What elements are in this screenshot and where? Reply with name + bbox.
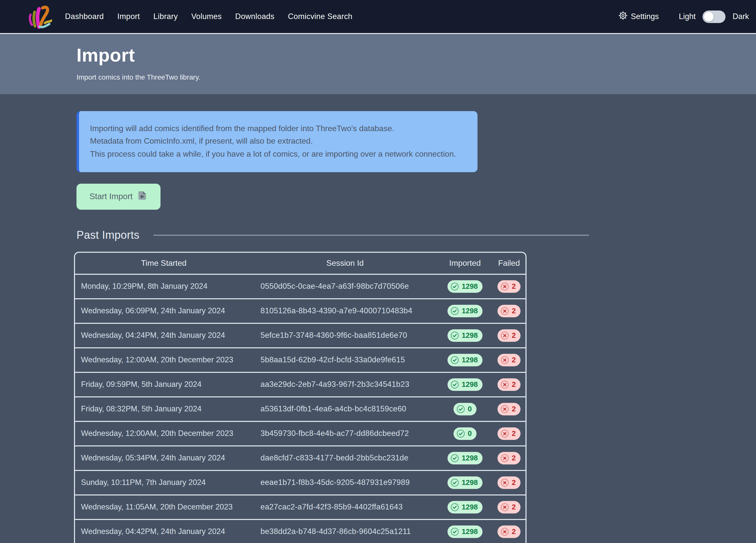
imported-cell: 1298 — [437, 280, 493, 293]
time-started-cell: Wednesday, 04:42PM, 24th January 2024 — [75, 527, 253, 536]
failed-cell: 2 — [493, 427, 525, 440]
failed-count: 2 — [512, 381, 516, 389]
failed-count: 2 — [512, 454, 516, 462]
start-import-button[interactable]: Start Import — [77, 184, 161, 210]
check-circle-icon — [451, 282, 459, 291]
x-circle-icon — [501, 478, 509, 487]
failed-cell: 2 — [493, 501, 525, 513]
imported-cell: 1298 — [437, 501, 493, 513]
session-id-cell: eeae1b71-f8b3-45dc-9205-487931e97989 — [253, 478, 437, 487]
nav-item-library[interactable]: Library — [153, 12, 178, 21]
imported-badge: 1298 — [448, 280, 483, 293]
column-header-time-started: Time Started — [75, 259, 253, 268]
imported-badge: 1298 — [448, 501, 483, 513]
nav-item-downloads[interactable]: Downloads — [235, 12, 275, 21]
failed-cell: 2 — [493, 305, 525, 317]
logo-icon — [27, 2, 52, 31]
theme-light-label: Light — [679, 12, 695, 21]
time-started-cell: Wednesday, 05:34PM, 24th January 2024 — [75, 454, 253, 463]
table-row: Friday, 09:59PM, 5th January 2024 aa3e29… — [75, 372, 525, 396]
threetwo-logo[interactable] — [27, 2, 52, 31]
x-circle-icon — [501, 307, 509, 315]
check-circle-icon — [451, 307, 459, 315]
time-started-cell: Wednesday, 11:05AM, 20th December 2023 — [75, 503, 253, 512]
check-circle-icon — [451, 527, 459, 536]
check-circle-icon — [457, 405, 465, 413]
failed-count: 2 — [512, 479, 516, 487]
failed-count: 2 — [512, 528, 516, 536]
settings-button[interactable]: Settings — [618, 11, 659, 22]
main-content: Importing will add comics identified fro… — [0, 94, 756, 543]
failed-cell: 2 — [493, 378, 525, 391]
theme-toggle[interactable] — [703, 10, 726, 23]
nav-item-import[interactable]: Import — [117, 12, 140, 21]
theme-toggle-knob — [704, 12, 714, 21]
theme-dark-label: Dark — [733, 12, 749, 21]
imported-cell: 1298 — [437, 329, 493, 342]
check-circle-icon — [451, 478, 459, 487]
past-imports-section-head: Past Imports — [77, 229, 589, 242]
imported-count: 1298 — [462, 283, 478, 291]
table-row: Wednesday, 12:00AM, 20th December 2023 3… — [75, 421, 525, 445]
navbar: Dashboard Import Library Volumes Downloa… — [0, 0, 756, 34]
imported-count: 1298 — [462, 454, 478, 462]
imported-badge: 1298 — [448, 305, 483, 317]
failed-count: 2 — [512, 356, 516, 364]
nav-item-comicvine-search[interactable]: Comicvine Search — [288, 12, 353, 21]
imported-cell: 1298 — [437, 354, 493, 366]
imported-cell: 1298 — [437, 476, 493, 489]
time-started-cell: Wednesday, 12:00AM, 20th December 2023 — [75, 429, 253, 438]
table-row: Sunday, 10:11PM, 7th January 2024 eeae1b… — [75, 470, 525, 494]
imported-count: 1298 — [462, 528, 478, 536]
session-id-cell: be38dd2a-b748-4d37-86cb-9604c25a1211 — [253, 527, 437, 536]
failed-count: 2 — [512, 405, 516, 413]
imported-badge: 1298 — [448, 329, 483, 342]
failed-badge: 2 — [498, 378, 520, 391]
file-import-icon — [137, 190, 147, 203]
failed-count: 2 — [512, 503, 516, 511]
time-started-cell: Wednesday, 06:09PM, 24th January 2024 — [75, 307, 253, 316]
check-circle-icon — [451, 503, 459, 511]
imported-cell: 1298 — [437, 378, 493, 391]
table-row: Wednesday, 06:09PM, 24th January 2024 81… — [75, 298, 525, 323]
time-started-cell: Sunday, 10:11PM, 7th January 2024 — [75, 478, 253, 487]
info-line-3: This process could take a while, if you … — [90, 147, 467, 160]
failed-count: 2 — [512, 283, 516, 291]
imported-badge: 1298 — [448, 525, 483, 538]
x-circle-icon — [501, 503, 509, 511]
check-circle-icon — [451, 380, 459, 389]
page-header: Import Import comics into the ThreeTwo l… — [0, 34, 756, 94]
failed-badge: 2 — [498, 354, 520, 366]
imported-badge: 1298 — [448, 378, 483, 391]
imported-badge: 1298 — [448, 354, 483, 366]
check-circle-icon — [451, 454, 459, 462]
imported-count: 1298 — [462, 356, 478, 364]
table-row: Monday, 10:29PM, 8th January 2024 0550d0… — [75, 275, 525, 298]
imported-cell: 1298 — [437, 525, 493, 538]
app-root: Dashboard Import Library Volumes Downloa… — [0, 0, 756, 543]
failed-cell: 2 — [493, 329, 525, 342]
failed-badge: 2 — [498, 525, 520, 538]
check-circle-icon — [457, 429, 465, 438]
nav-item-dashboard[interactable]: Dashboard — [65, 12, 104, 21]
info-line-2: Metadata from ComicInfo.xml, if present,… — [90, 135, 467, 148]
table-row: Friday, 08:32PM, 5th January 2024 a53613… — [75, 396, 525, 421]
imported-badge: 1298 — [448, 476, 483, 489]
table-row: Wednesday, 04:24PM, 24th January 2024 5e… — [75, 323, 525, 347]
imported-badge: 0 — [454, 427, 476, 440]
session-id-cell: 8105126a-8b43-4390-a7e9-4000710483b4 — [253, 307, 437, 316]
import-info-box: Importing will add comics identified fro… — [77, 111, 477, 172]
failed-badge: 2 — [498, 501, 520, 513]
column-header-failed: Failed — [493, 259, 525, 268]
failed-cell: 2 — [493, 403, 525, 415]
failed-badge: 2 — [498, 427, 520, 440]
x-circle-icon — [501, 356, 509, 364]
failed-badge: 2 — [498, 329, 520, 342]
settings-label: Settings — [631, 12, 659, 21]
x-circle-icon — [501, 331, 509, 340]
imported-count: 1298 — [462, 307, 478, 315]
imported-cell: 1298 — [437, 305, 493, 317]
nav-item-volumes[interactable]: Volumes — [191, 12, 222, 21]
table-row: Wednesday, 05:34PM, 24th January 2024 da… — [75, 445, 525, 470]
failed-cell: 2 — [493, 525, 525, 538]
